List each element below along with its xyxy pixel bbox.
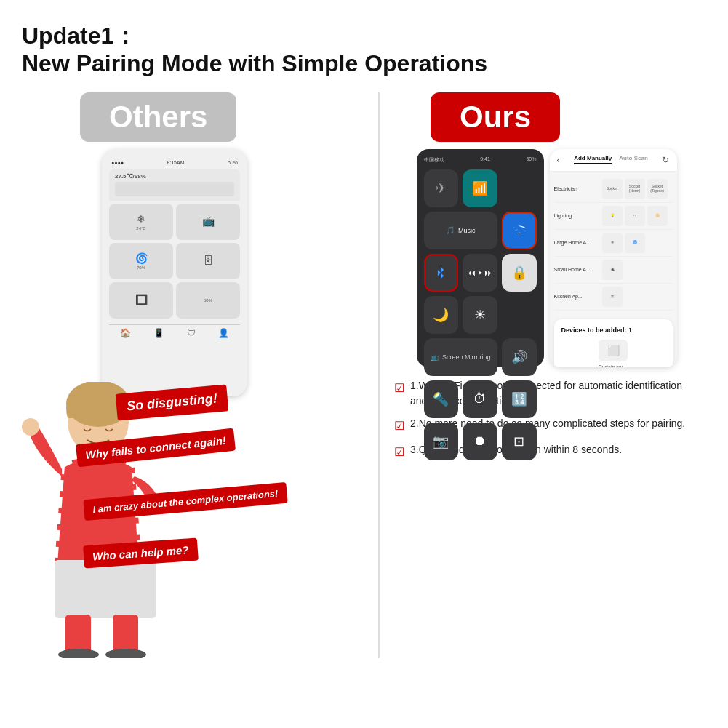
cat-item-strip[interactable]: 〰 (625, 206, 645, 226)
ac-icon: ❄ (137, 213, 145, 225)
others-label: Others (80, 92, 236, 142)
volume-tile: 🔊 (502, 338, 537, 376)
media-prev-tile: ⏮ ▶ ⏭ (463, 254, 497, 292)
title-line2: New Pairing Mode with Simple Operations (22, 49, 706, 77)
phone-tile-1: ❄ 24°C (109, 204, 173, 240)
svg-point-8 (105, 649, 146, 658)
music-tile: 🎵 Music (424, 212, 497, 249)
wifi-blue-tile (502, 212, 537, 249)
person-area: So disgusting! Why fails to connect agai… (22, 382, 371, 658)
wifi-tile: 📶 (463, 169, 497, 207)
category-row-large-home: Large Home A... ❄ 🌀 (554, 230, 673, 257)
checkbox-icon-2: ☑ (394, 417, 404, 435)
tuya-header: ‹ Add Manually Auto Scan ↻ (550, 149, 677, 172)
phone-status-bar: ●●●● 8:15AM 50% (109, 160, 240, 165)
left-side: Others ●●●● 8:15AM 50% 27.5℃/68% ❄ 24°C (22, 92, 371, 658)
cat-items-large-home: ❄ 🌀 (602, 233, 645, 253)
svg-point-7 (58, 649, 99, 658)
device-name: Curtain swi... (561, 364, 665, 367)
tuya-app: ‹ Add Manually Auto Scan ↻ Electrician S… (550, 149, 677, 367)
cat-item-socket[interactable]: Socket (602, 179, 623, 199)
tab-add-manually[interactable]: Add Manually (574, 155, 612, 164)
cat-item-small1[interactable]: 🔌 (602, 260, 623, 280)
divider (378, 92, 380, 658)
cat-item-ac[interactable]: ❄ (602, 233, 623, 253)
cat-item-light3[interactable]: 🔆 (647, 206, 668, 226)
tuya-tabs: Add Manually Auto Scan (574, 155, 648, 164)
ios-time: 9:41 (480, 156, 490, 164)
home-nav-icon: 🏠 (120, 328, 131, 338)
tuya-category-list: Electrician Socket Socket (Norm) Socket … (550, 172, 677, 315)
camera-tile: 📷 (424, 423, 459, 460)
svg-rect-5 (65, 615, 91, 655)
bluetooth-tile (424, 254, 459, 292)
screen-mirror-tile: 📺 Screen Mirroring (424, 338, 497, 376)
ios-grid: ✈ 📶 🎵 Music (424, 169, 537, 460)
appliance-icon: 📺 (202, 215, 215, 227)
phone-grid: ❄ 24°C 📺 🌀 70% 🗄 🔲 (109, 204, 240, 319)
page-wrapper: Update1： New Pairing Mode with Simple Op… (0, 0, 728, 728)
washer-icon: 🔲 (135, 294, 148, 305)
phone-tile-6: 50% (176, 282, 240, 319)
cat-label-lighting: Lighting (554, 213, 598, 218)
ours-label: Ours (431, 92, 560, 142)
refresh-icon: ↻ (662, 155, 669, 165)
cat-item-kitchen1[interactable]: ☕ (602, 287, 623, 307)
lock-tile: 🔒 (502, 254, 537, 292)
tuya-popup: Devices to be added: 1 ⬜ Curtain swi... … (554, 319, 673, 367)
popup-title: Devices to be added: 1 (561, 327, 665, 334)
cat-items-lighting: 💡 〰 🔆 (602, 206, 668, 226)
svg-rect-6 (113, 615, 138, 655)
ios-carrier: 中国移动 (424, 156, 444, 164)
checkbox-icon-3: ☑ (394, 444, 404, 461)
cat-label-large-home: Large Home A... (554, 240, 598, 245)
cat-label-kitchen: Kitchen Ap... (554, 294, 598, 299)
calc-tile: 🔢 (502, 380, 537, 418)
scan-tile: ⊡ (502, 423, 537, 460)
category-row-kitchen: Kitchen Ap... ☕ (554, 284, 673, 311)
phone-battery: 50% (228, 160, 238, 165)
phone-tile-2: 📺 (176, 204, 240, 240)
phone-tile-5: 🔲 (109, 282, 173, 319)
cat-label-electrician: Electrician (554, 186, 598, 191)
phone-temp: 27.5℃/68% (115, 173, 234, 180)
cat-item-socket-norm[interactable]: Socket (Norm) (625, 179, 645, 199)
cat-item-washer[interactable]: 🌀 (625, 233, 645, 253)
phone-nav: 🏠 📱 🛡 👤 (109, 324, 240, 341)
phone-tile-3: 🌀 70% (109, 243, 173, 279)
profile-nav-icon: 👤 (218, 328, 229, 338)
ours-badge-container: Ours (387, 92, 706, 149)
others-badge: Others (22, 92, 371, 149)
category-row-electrician: Electrician Socket Socket (Norm) Socket … (554, 176, 673, 203)
percent-label: 50% (204, 298, 212, 303)
music-label: Music (458, 227, 476, 234)
phone-tile-4: 🗄 (176, 243, 240, 279)
title-section: Update1： New Pairing Mode with Simple Op… (22, 22, 706, 78)
title-line1: Update1： (22, 22, 706, 49)
airplane-tile: ✈ (424, 169, 459, 207)
cat-label-small-home: Small Home A... (554, 267, 598, 272)
record-tile: ⏺ (463, 423, 497, 460)
svg-rect-4 (55, 560, 156, 618)
phone-time: ●●●● (111, 160, 124, 165)
cat-item-bulb[interactable]: 💡 (602, 206, 623, 226)
cat-items-kitchen: ☕ (602, 287, 623, 307)
right-side: Ours 中国移动 9:41 60% ✈ 📶 (387, 92, 706, 658)
cat-items-electrician: Socket Socket (Norm) Socket (Zigbee) (602, 179, 668, 199)
phone-header: 27.5℃/68% (109, 169, 240, 201)
tab-auto-scan[interactable]: Auto Scan (619, 155, 648, 164)
device-nav-icon: 📱 (153, 328, 164, 338)
fan-icon: 🌀 (135, 252, 148, 264)
content-area: Others ●●●● 8:15AM 50% 27.5℃/68% ❄ 24°C (22, 92, 706, 658)
phone-mockup: ●●●● 8:15AM 50% 27.5℃/68% ❄ 24°C 📺 (102, 149, 247, 396)
timer-tile: ⏱ (463, 380, 497, 418)
phone-banner (115, 182, 234, 196)
phone-time-value: 8:15AM (167, 160, 184, 165)
cat-item-socket-zigbee[interactable]: Socket (Zigbee) (647, 179, 668, 199)
cat-items-small-home: 🔌 (602, 260, 623, 280)
brightness-tile: ☀ (463, 296, 497, 334)
device-icon: ⬜ (599, 340, 628, 361)
category-row-lighting: Lighting 💡 〰 🔆 (554, 203, 673, 230)
ios-control-center: 中国移动 9:41 60% ✈ 📶 🎵 Music (417, 149, 544, 367)
phone-screens: 中国移动 9:41 60% ✈ 📶 🎵 Music (387, 149, 706, 367)
